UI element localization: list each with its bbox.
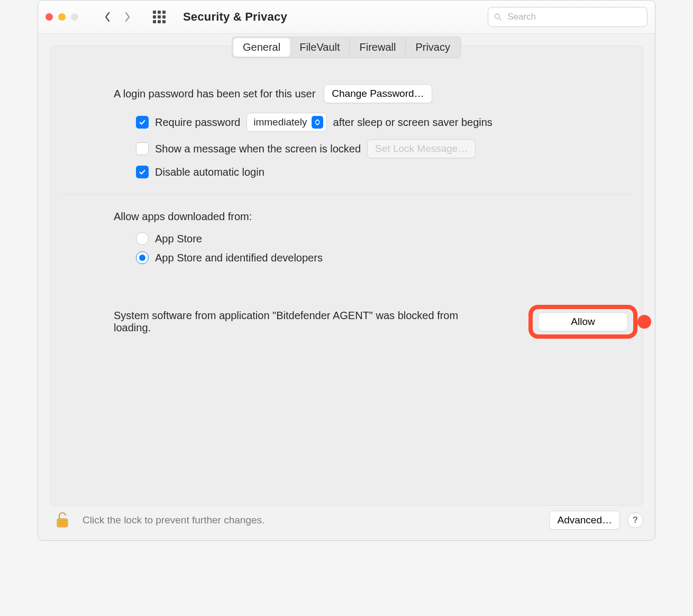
select-stepper-icon [312, 116, 323, 129]
general-section: A login password has been set for this u… [50, 46, 643, 178]
select-value: immediately [253, 116, 307, 128]
require-password-label-post: after sleep or screen saver begins [333, 116, 493, 129]
login-password-text: A login password has been set for this u… [114, 88, 315, 100]
set-lock-message-button: Set Lock Message… [367, 139, 476, 158]
disable-auto-login-row: Disable automatic login [136, 166, 579, 178]
search-field[interactable] [488, 7, 648, 27]
change-password-button[interactable]: Change Password… [324, 84, 432, 103]
require-password-checkbox[interactable] [136, 116, 149, 129]
advanced-button[interactable]: Advanced… [549, 511, 620, 530]
footer: Click the lock to prevent further change… [50, 508, 643, 533]
search-input[interactable] [506, 11, 642, 23]
tab-filevault[interactable]: FileVault [290, 38, 350, 57]
radio-app-store[interactable]: App Store [136, 232, 643, 245]
tab-label: FileVault [299, 41, 340, 53]
require-password-label-pre: Require password [155, 116, 240, 129]
svg-point-0 [495, 14, 499, 19]
lock-hint: Click the lock to prevent further change… [83, 514, 265, 526]
disable-auto-login-label: Disable automatic login [155, 166, 265, 178]
lock-open-icon [54, 511, 70, 529]
radio-indicator [136, 251, 149, 264]
check-icon [139, 168, 146, 176]
tab-general[interactable]: General [233, 38, 290, 57]
tab-label: Firewall [360, 41, 396, 53]
show-lock-message-label: Show a message when the screen is locked [155, 143, 361, 155]
page-title: Security & Privacy [183, 10, 287, 24]
settings-panel: General FileVault Firewall Privacy A log… [50, 46, 643, 506]
minimize-window-button[interactable] [58, 13, 66, 21]
allow-apps-title: Allow apps downloaded from: [114, 211, 643, 223]
check-icon [139, 119, 146, 126]
require-password-delay-select[interactable]: immediately [247, 113, 326, 132]
tab-bar: General FileVault Firewall Privacy [232, 37, 461, 58]
chevron-right-icon [124, 12, 131, 22]
annotation-highlight [528, 305, 637, 339]
show-all-button[interactable] [152, 10, 166, 24]
radio-label: App Store [155, 233, 202, 245]
search-icon [494, 12, 502, 22]
button-label: Set Lock Message… [375, 143, 468, 154]
tab-firewall[interactable]: Firewall [350, 38, 406, 57]
annotation-dot [637, 315, 651, 329]
login-password-row: A login password has been set for this u… [114, 84, 579, 103]
show-lock-message-checkbox[interactable] [136, 142, 149, 155]
close-window-button[interactable] [45, 13, 53, 21]
window-controls [45, 13, 78, 21]
radio-indicator [136, 232, 149, 245]
allow-apps-radios: App Store App Store and identified devel… [136, 232, 643, 264]
button-label: Advanced… [557, 514, 612, 526]
radio-label: App Store and identified developers [155, 252, 323, 264]
disable-auto-login-checkbox[interactable] [136, 166, 149, 178]
help-button[interactable]: ? [627, 512, 643, 528]
require-password-row: Require password immediately after sleep… [136, 113, 579, 132]
tab-label: General [243, 41, 280, 53]
zoom-window-button[interactable] [71, 13, 78, 21]
blocked-software-row: System software from application "Bitdef… [114, 310, 628, 334]
tab-label: Privacy [415, 41, 450, 53]
tab-privacy[interactable]: Privacy [406, 38, 460, 57]
radio-app-store-identified[interactable]: App Store and identified developers [136, 251, 643, 264]
content: General FileVault Firewall Privacy A log… [38, 34, 655, 515]
forward-button[interactable] [123, 10, 132, 24]
allow-button-wrap: Allow [538, 312, 628, 331]
blocked-software-text: System software from application "Bitdef… [114, 310, 484, 334]
button-label: Change Password… [332, 88, 424, 99]
nav-buttons [103, 10, 166, 24]
lock-button[interactable] [50, 508, 75, 533]
back-button[interactable] [103, 10, 112, 24]
show-lock-message-row: Show a message when the screen is locked… [136, 139, 579, 158]
section-divider [60, 194, 633, 195]
preferences-window: Security & Privacy General FileVault Fir… [38, 0, 655, 541]
titlebar: Security & Privacy [38, 1, 655, 34]
chevron-left-icon [104, 12, 111, 22]
